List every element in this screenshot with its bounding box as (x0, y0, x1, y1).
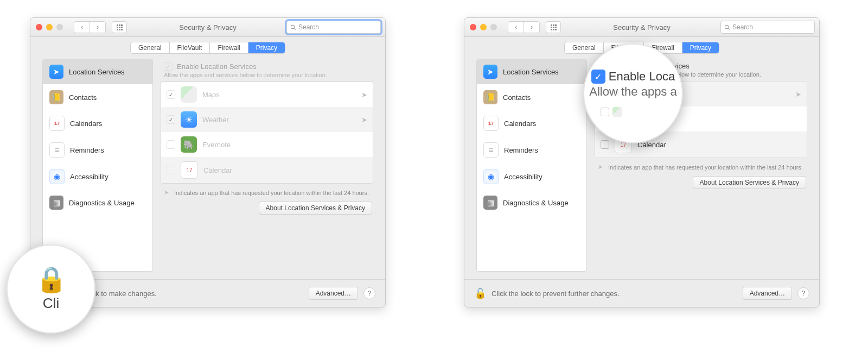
about-location-button[interactable]: About Location Services & Privacy (259, 202, 372, 215)
app-label: Evernote (202, 141, 231, 149)
accessibility-icon: ◉ (483, 169, 499, 184)
location-arrow-icon: ➤ (361, 91, 367, 99)
app-label: Weather (202, 116, 229, 124)
diagnostics-icon: ▦ (483, 196, 497, 210)
callout-line2: Allow the apps a (589, 85, 676, 99)
sidebar-item-label: Calendars (504, 120, 536, 128)
tab-privacy[interactable]: Privacy (682, 42, 719, 53)
location-arrow-icon: ➤ (164, 189, 169, 196)
tab-general[interactable]: General (565, 42, 604, 53)
checkbox-calendar-disabled (167, 166, 175, 174)
sidebar-item-calendars[interactable]: 17 Calendars (477, 110, 586, 136)
privacy-sidebar: ➤ Location Services 📒 Contacts 17 Calend… (42, 59, 153, 272)
about-location-button[interactable]: About Location Services & Privacy (693, 176, 806, 189)
search-field[interactable]: Search (286, 21, 381, 34)
tab-privacy[interactable]: Privacy (248, 42, 285, 53)
search-icon (724, 24, 730, 30)
weather-icon: ☀ (181, 111, 197, 128)
sidebar-item-label: Diagnostics & Usage (503, 199, 569, 207)
enable-location-label: Enable Location Services (177, 62, 257, 71)
checkbox-evernote-disabled (167, 140, 175, 149)
callout-line1: Enable Loca (609, 70, 675, 84)
diagnostics-icon: ▦ (49, 196, 63, 210)
callout-approw-peek (601, 106, 666, 117)
legend-text: Indicates an app that has requested your… (608, 164, 803, 171)
location-arrow-icon: ➤ (361, 116, 367, 124)
app-row-calendar: 17 Calendar (161, 157, 373, 183)
tab-filevault[interactable]: FileVault (170, 42, 210, 53)
search-placeholder: Search (732, 23, 753, 31)
app-row-maps: ✓ Maps ➤ (161, 82, 373, 107)
callout-text: Cli (43, 295, 59, 312)
location-icon: ➤ (49, 65, 63, 79)
sidebar-item-accessibility[interactable]: ◉ Accessibility (477, 163, 586, 190)
privacy-sidebar: ➤ Location Services 📒 Contacts 17 Calend… (476, 59, 587, 272)
callout-lock-zoom: 🔒 Cli (7, 244, 95, 334)
lock-icon-open[interactable]: 🔓 (474, 287, 486, 299)
contacts-icon: 📒 (49, 90, 63, 104)
app-row-evernote: 🐘 Evernote (161, 132, 373, 157)
location-arrow-icon: ➤ (795, 90, 801, 98)
sidebar-item-reminders[interactable]: ≡ Reminders (43, 136, 152, 163)
help-button[interactable]: ? (797, 287, 809, 299)
sidebar-item-label: Accessibility (504, 173, 542, 181)
sidebar-item-reminders[interactable]: ≡ Reminders (477, 136, 586, 163)
sidebar-item-label: Calendars (70, 120, 102, 128)
svg-point-0 (291, 25, 294, 28)
lock-icon-zoom: 🔒 (36, 267, 67, 292)
checkbox-zoom: ✓ (591, 70, 605, 84)
app-row-weather: ✓ ☀ Weather ➤ (161, 107, 373, 132)
sidebar-item-label: Reminders (504, 146, 538, 154)
footer: 🔓 Click the lock to prevent further chan… (464, 279, 819, 307)
search-field[interactable]: Search (720, 21, 815, 34)
sidebar-item-label: Location Services (69, 68, 125, 76)
titlebar: ‹ › Security & Privacy Search (464, 18, 819, 37)
location-arrow-icon: ➤ (598, 164, 603, 171)
sidebar-item-contacts[interactable]: 📒 Contacts (43, 84, 152, 110)
enable-location-row: ✓ Enable Location Services (164, 62, 373, 71)
calendar-app-icon: 17 (181, 161, 198, 179)
app-label: Calendar (203, 166, 232, 174)
advanced-button[interactable]: Advanced… (743, 287, 792, 300)
sidebar-item-label: Contacts (69, 93, 97, 102)
contacts-icon: 📒 (483, 90, 497, 104)
sidebar-item-location[interactable]: ➤ Location Services (43, 59, 152, 84)
tab-firewall[interactable]: Firewall (210, 42, 248, 53)
legend-text: Indicates an app that has requested your… (174, 190, 369, 196)
accessibility-icon: ◉ (49, 169, 65, 184)
checkbox-weather-disabled: ✓ (167, 115, 175, 124)
maps-icon (181, 86, 197, 103)
callout-enable-zoom: ✓ Enable Loca Allow the apps a (583, 43, 683, 143)
tabs: General FileVault Firewall Privacy (30, 37, 385, 59)
sidebar-item-contacts[interactable]: 📒 Contacts (477, 84, 586, 110)
legend-row: ➤ Indicates an app that has requested yo… (161, 184, 373, 202)
app-list: ✓ Maps ➤ ✓ ☀ Weather ➤ 🐘 Evernote 17 Ca (161, 81, 373, 184)
location-icon: ➤ (483, 65, 497, 79)
checkbox-calendar[interactable] (601, 140, 609, 149)
sidebar-item-location[interactable]: ➤ Location Services (477, 59, 586, 84)
help-button[interactable]: ? (363, 287, 375, 299)
sidebar-item-label: Location Services (503, 68, 559, 76)
sidebar-item-accessibility[interactable]: ◉ Accessibility (43, 163, 152, 190)
sidebar-item-label: Reminders (70, 146, 104, 154)
tab-general[interactable]: General (131, 42, 170, 53)
sidebar-item-label: Diagnostics & Usage (69, 199, 135, 207)
reminders-icon: ≡ (483, 142, 499, 158)
sidebar-item-diagnostics[interactable]: ▦ Diagnostics & Usage (43, 190, 152, 215)
reminders-icon: ≡ (49, 142, 65, 158)
checkbox-maps-disabled: ✓ (167, 90, 175, 99)
evernote-icon: 🐘 (181, 136, 197, 153)
calendar-icon: 17 (49, 116, 65, 131)
advanced-button[interactable]: Advanced… (309, 287, 358, 300)
enable-location-subtext: Allow the apps and services below to det… (164, 72, 373, 78)
sidebar-item-label: Accessibility (70, 173, 108, 181)
svg-line-3 (728, 28, 730, 29)
sidebar-item-diagnostics[interactable]: ▦ Diagnostics & Usage (477, 190, 586, 215)
lock-text: Click the lock to prevent further change… (492, 290, 620, 298)
search-icon (290, 24, 296, 30)
sidebar-item-calendars[interactable]: 17 Calendars (43, 110, 152, 136)
enable-location-checkbox-disabled: ✓ (164, 62, 173, 71)
search-placeholder: Search (298, 23, 319, 31)
app-label: Maps (202, 91, 220, 99)
titlebar: ‹ › Security & Privacy Search (30, 18, 385, 37)
